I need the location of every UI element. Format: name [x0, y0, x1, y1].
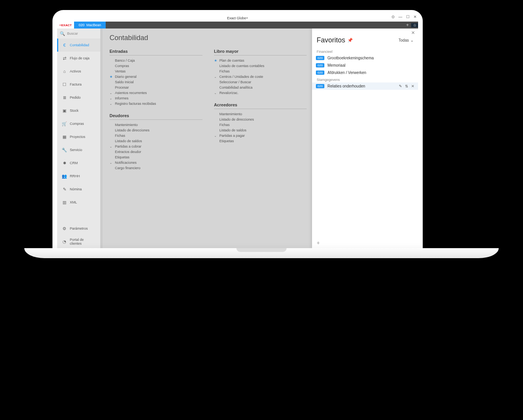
sidebar-item-nómina[interactable]: ✎Nómina [57, 183, 100, 196]
tab-name: MacBean [86, 23, 101, 27]
sidebar-item-label: Portal de clientes [70, 238, 96, 245]
favorites-list: Financieel020Grootboekrekeningschema020M… [312, 48, 418, 90]
favorites-close-button[interactable]: ✕ [411, 30, 415, 35]
sidebar-item-contabilidad[interactable]: €Contabilidad [57, 39, 100, 52]
shadow [58, 324, 420, 358]
sidebar-item-compras[interactable]: 🛒Compras [57, 117, 100, 130]
company-badge: 020 [316, 63, 324, 67]
sidebar-item-icon: 🔧 [62, 148, 67, 152]
sidebar-item-parámetros[interactable]: ⚙Parámetros [57, 222, 100, 235]
favorites-filter-label: Todas [398, 38, 409, 42]
favorite-item[interactable]: 020Afdrukken / Verwerken [312, 69, 418, 76]
tab-bar: ≡EXACT 020 MacBean + ☆ [57, 22, 418, 29]
sidebar-item-rrhh[interactable]: 👥RRHH [57, 170, 100, 183]
favorite-item[interactable]: 020Relaties onderhouden ✎ ⇅ ✕ [312, 82, 418, 90]
favorites-group-label: Financieel [312, 48, 418, 54]
shadow [378, 347, 417, 374]
sidebar-item-label: Compras [70, 122, 84, 126]
laptop-notch [236, 248, 287, 252]
sidebar-item-icon: ⌂ [62, 69, 67, 74]
sidebar-item-icon: 👥 [62, 174, 67, 178]
edit-icon[interactable]: ✎ [399, 84, 402, 88]
sidebar-item-proyectos[interactable]: ▦Proyectos [57, 130, 100, 143]
sidebar-item-flujo-de-caja[interactable]: ⇄Flujo de caja [57, 52, 100, 65]
add-tab-button[interactable]: + [404, 22, 411, 28]
app-logo: ≡EXACT [57, 22, 74, 29]
sidebar-item-label: Nómina [70, 187, 82, 191]
sidebar-item-label: XML [70, 200, 77, 204]
sidebar-item-icon: ☐ [62, 82, 67, 87]
sidebar-item-label: Proyectos [70, 135, 85, 139]
sidebar-item-servicio[interactable]: 🔧Servicio [57, 143, 100, 156]
tab-code: 020 [79, 23, 84, 27]
sidebar-item-label: CRM [70, 161, 78, 165]
favorite-item[interactable]: 020Grootboekrekeningschema [312, 54, 418, 62]
sidebar-item-icon: ⇄ [62, 56, 67, 60]
favorites-filter-dropdown[interactable]: Todas ⌄ [398, 38, 413, 42]
shadow [27, 277, 451, 324]
laptop-frame: Exact Globe+ ⊙ — ☐ ✕ ≡EXACT 020 MacBean … [52, 10, 423, 248]
chevron-down-icon: ⌄ [410, 38, 413, 42]
sidebar-item-stock[interactable]: ▣Stock [57, 104, 100, 117]
favorite-label: Memoriaal [327, 63, 346, 67]
content-area: Contabilidad EntradasBanco / CajaCompras… [103, 29, 418, 248]
window-titlebar: Exact Globe+ ⊙ — ☐ ✕ [57, 15, 418, 22]
shadow [62, 347, 100, 374]
sidebar-main-list: €Contabilidad⇄Flujo de caja⌂Activos☐Fact… [57, 39, 100, 222]
search-placeholder: Buscar [67, 32, 78, 35]
search-icon: 🔍 [60, 31, 65, 36]
sidebar-item-label: Flujo de caja [70, 56, 89, 60]
sidebar-item-icon: ▣ [62, 108, 67, 113]
sidebar-item-label: Servicio [70, 148, 82, 152]
sidebar-item-icon: ◔ [62, 239, 67, 244]
company-tab[interactable]: 020 MacBean [74, 22, 106, 29]
remove-icon[interactable]: ✕ [411, 84, 414, 88]
sidebar-item-label: Parámetros [70, 227, 88, 230]
maximize-button[interactable]: ☐ [406, 15, 410, 19]
app-screen: Exact Globe+ ⊙ — ☐ ✕ ≡EXACT 020 MacBean … [57, 15, 418, 248]
sidebar-item-icon: ✸ [62, 161, 67, 165]
sidebar-item-icon: ▦ [62, 134, 67, 139]
sidebar-item-activos[interactable]: ⌂Activos [57, 65, 100, 78]
sidebar-item-label: Contabilidad [70, 43, 89, 47]
sidebar-item-label: Stock [70, 109, 79, 113]
favorites-title: Favoritos [317, 36, 345, 44]
help-icon[interactable]: ⊙ [391, 15, 395, 19]
sidebar-item-portal-de-clientes[interactable]: ◔Portal de clientes [57, 235, 100, 248]
company-badge: 020 [316, 56, 324, 60]
sidebar-item-pedido[interactable]: ≣Pedido [57, 91, 100, 104]
search-row[interactable]: 🔍 Buscar [57, 29, 100, 39]
sidebar-item-xml[interactable]: ▥XML [57, 196, 100, 209]
favorite-item[interactable]: 020Memoriaal [312, 62, 418, 69]
pin-icon[interactable]: 📌 [348, 38, 353, 43]
move-icon[interactable]: ⇅ [405, 84, 408, 88]
window-controls: ⊙ — ☐ ✕ [391, 15, 417, 19]
sidebar-item-label: Pedido [70, 96, 81, 99]
sidebar-item-icon: ✎ [62, 187, 67, 192]
favorites-add-button[interactable]: + [317, 240, 320, 246]
sidebar-item-crm[interactable]: ✸CRM [57, 156, 100, 170]
favorites-group-label: Stamgegevens [312, 76, 418, 82]
sidebar-item-icon: € [62, 43, 67, 47]
main-row: 🔍 Buscar €Contabilidad⇄Flujo de caja⌂Act… [57, 29, 418, 248]
favorite-label: Relaties onderhouden [327, 84, 365, 88]
sidebar-item-icon: ≣ [62, 95, 67, 100]
favorites-panel: ✕ Favoritos 📌 Todas ⌄ Financieel020Groot… [312, 29, 418, 248]
sidebar-item-icon: 🛒 [62, 121, 67, 126]
sidebar-item-factura[interactable]: ☐Factura [57, 78, 100, 91]
company-badge: 020 [316, 84, 324, 88]
sidebar: 🔍 Buscar €Contabilidad⇄Flujo de caja⌂Act… [57, 29, 100, 248]
close-button[interactable]: ✕ [413, 15, 417, 19]
sidebar-item-label: Activos [70, 69, 81, 73]
sidebar-item-icon: ▥ [62, 200, 67, 205]
favorite-label: Grootboekrekeningschema [327, 56, 374, 60]
company-badge: 020 [316, 71, 324, 75]
sidebar-item-icon: ⚙ [62, 226, 67, 231]
sidebar-item-label: Factura [70, 82, 82, 86]
favorites-toggle[interactable]: ☆ [411, 23, 418, 27]
window-title: Exact Globe+ [227, 16, 248, 20]
sidebar-item-label: RRHH [70, 174, 80, 178]
favorite-label: Afdrukken / Verwerken [327, 71, 366, 75]
sidebar-bottom-list: ⚙Parámetros◔Portal de clientes [57, 222, 100, 248]
minimize-button[interactable]: — [398, 15, 402, 19]
